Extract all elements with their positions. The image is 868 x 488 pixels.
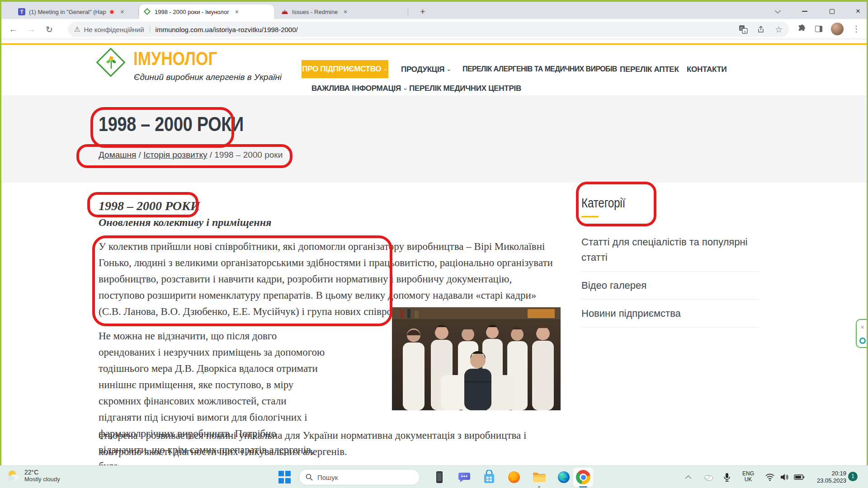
- svg-text:a: a: [744, 29, 746, 33]
- chevron-down-icon: ⌄: [401, 84, 408, 91]
- article-subheading: Оновлення колективу і приміщення: [99, 216, 271, 229]
- open-app-indicator: [538, 486, 540, 488]
- back-button[interactable]: ←: [6, 23, 20, 36]
- tab-separator: [138, 8, 139, 16]
- redmine-icon: [281, 8, 288, 15]
- browser-toolbar: ← → ↻ ⚠ Не конфіденційний immunolog.com.…: [0, 19, 868, 39]
- tab-teams-meeting[interactable]: T (1) Meeting in "General" (Hap ×: [14, 5, 137, 19]
- security-chip[interactable]: ⚠ Не конфіденційний: [74, 25, 150, 33]
- sidebar-item-articles[interactable]: Статті для спеціалістів та популярні ста…: [581, 228, 759, 272]
- close-icon: ×: [856, 7, 860, 16]
- teams-icon: T: [18, 8, 25, 15]
- notification-badge[interactable]: 1: [848, 472, 858, 481]
- search-icon: [306, 474, 313, 481]
- volume-icon[interactable]: [779, 466, 789, 488]
- tab-strip: T (1) Meeting in "General" (Hap × 1998 -…: [0, 2, 868, 19]
- tab-redmine[interactable]: Issues - Redmine ×: [277, 5, 407, 19]
- window-frame-top: [0, 0, 868, 2]
- chrome-icon[interactable]: [576, 470, 590, 484]
- date: 23.05.2023: [814, 477, 846, 484]
- minimize-icon: [802, 11, 807, 12]
- sidebar-item-video-gallery[interactable]: Відео галерея: [581, 272, 759, 300]
- reload-button[interactable]: ↻: [42, 23, 56, 36]
- chevron-down-icon: ⌄: [381, 65, 388, 72]
- new-tab-button[interactable]: +: [417, 6, 429, 18]
- clock-widget[interactable]: 20:19 23.05.2023: [814, 466, 846, 488]
- nav-important-info[interactable]: ВАЖЛИВА ІНФОРМАЦІЯ⌄: [311, 84, 408, 93]
- address-bar[interactable]: ⚠ Не конфіденційний immunolog.com.ua/ist…: [68, 22, 789, 37]
- nav-pharmacies[interactable]: ПЕРЕЛІК АПТЕК: [620, 65, 679, 74]
- tray-chevron-up[interactable]: [686, 466, 690, 488]
- tab-title: (1) Meeting in "General" (Hap: [29, 9, 106, 15]
- kebab-menu-icon[interactable]: ⋮: [852, 24, 860, 34]
- nav-medical-centers[interactable]: ПЕРЕЛІК МЕДИЧНИХ ЦЕНТРІВ: [409, 84, 521, 93]
- forward-button[interactable]: →: [24, 23, 38, 36]
- wifi-icon[interactable]: [765, 466, 775, 488]
- chevron-down-icon: [775, 8, 781, 14]
- battery-icon[interactable]: [794, 466, 805, 488]
- search-placeholder: Пошук: [317, 474, 338, 481]
- microsoft-store-icon[interactable]: [482, 470, 496, 484]
- firefox-icon[interactable]: [507, 470, 521, 484]
- weather-condition: Mostly cloudy: [24, 476, 60, 483]
- weather-widget[interactable]: 22°C Mostly cloudy: [6, 468, 60, 483]
- start-button[interactable]: [278, 471, 291, 483]
- nav-about-company[interactable]: ПРО ПІДПРИЄМСТВО⌄: [302, 60, 388, 78]
- phone-link-icon[interactable]: [432, 470, 447, 484]
- security-label: Не конфіденційний: [84, 26, 144, 33]
- nav-allergen-list[interactable]: ПЕРЕЛІК АЛЕРГЕНІВ ТА МЕДИЧНИХ ВИРОБІВ: [462, 65, 617, 73]
- extensions-puzzle-icon[interactable]: [797, 24, 807, 33]
- translate-icon[interactable]: G a: [739, 25, 748, 34]
- annotation-paragraph: [92, 235, 392, 326]
- temperature: 22°C: [24, 469, 60, 476]
- file-explorer-icon[interactable]: [532, 470, 546, 484]
- annotation-sidebar-title: [576, 182, 656, 226]
- side-panel-icon[interactable]: [815, 26, 822, 32]
- chevron-up-icon: [685, 475, 691, 481]
- tab-close-button[interactable]: ×: [233, 8, 241, 16]
- onedrive-icon[interactable]: [703, 466, 714, 488]
- weather-icon: [6, 468, 21, 483]
- language-secondary: UK: [742, 477, 754, 483]
- recording-dot-icon: [109, 9, 114, 14]
- minimize-button[interactable]: [796, 5, 814, 18]
- extension-widget[interactable]: ×: [856, 319, 868, 348]
- tab-immunolog-active[interactable]: 1998 - 2000 роки - Імунолог ×: [139, 5, 274, 19]
- tab-search-button[interactable]: [769, 5, 787, 18]
- close-window-button[interactable]: ×: [849, 5, 867, 18]
- site-top-accent: [1, 43, 867, 45]
- logo-plant-icon: [104, 56, 118, 70]
- sidebar-item-company-news[interactable]: Новини підприємства: [581, 300, 759, 328]
- edge-icon[interactable]: [557, 470, 571, 484]
- taskbar: 22°C Mostly cloudy Пошук: [0, 465, 868, 488]
- tab-title: 1998 - 2000 роки - Імунолог: [155, 9, 229, 15]
- share-icon[interactable]: [757, 25, 766, 34]
- bookmark-star-icon[interactable]: ☆: [775, 24, 783, 35]
- profile-avatar[interactable]: [831, 23, 844, 35]
- grammar-checker-icon[interactable]: [859, 338, 866, 344]
- restore-icon: [830, 9, 835, 14]
- active-app-indicator: [579, 486, 587, 488]
- taskbar-search[interactable]: Пошук: [299, 469, 420, 485]
- restore-button[interactable]: [823, 5, 841, 18]
- chevron-down-icon: ⌄: [444, 66, 451, 72]
- url-text[interactable]: immunolog.com.ua/istoriya-rozvitku/1998-…: [150, 26, 739, 33]
- tab-close-button[interactable]: ×: [341, 8, 349, 16]
- article-paragraph-2-continued: створена і розвивається понині унікальна…: [99, 427, 555, 460]
- teams-chat-icon[interactable]: [457, 470, 472, 484]
- site-logo-title[interactable]: ІМУНОЛОГ: [133, 48, 233, 70]
- window-frame-left: [0, 0, 1, 465]
- close-icon[interactable]: ×: [860, 324, 864, 331]
- microphone-icon[interactable]: [722, 466, 731, 488]
- nav-contacts[interactable]: КОНТАКТИ: [687, 65, 726, 74]
- annotation-article-heading: [87, 192, 198, 217]
- site-favicon: [144, 8, 151, 15]
- nav-products[interactable]: ПРОДУКЦІЯ⌄: [401, 65, 451, 74]
- tab-close-button[interactable]: ×: [118, 8, 126, 16]
- annotation-breadcrumb: [76, 144, 292, 168]
- tab-separator: [408, 8, 408, 16]
- warning-icon: ⚠: [74, 25, 80, 33]
- tab-title: Issues - Redmine: [292, 9, 338, 15]
- time: 20:19: [814, 470, 846, 477]
- language-switcher[interactable]: ENG UK: [742, 466, 754, 488]
